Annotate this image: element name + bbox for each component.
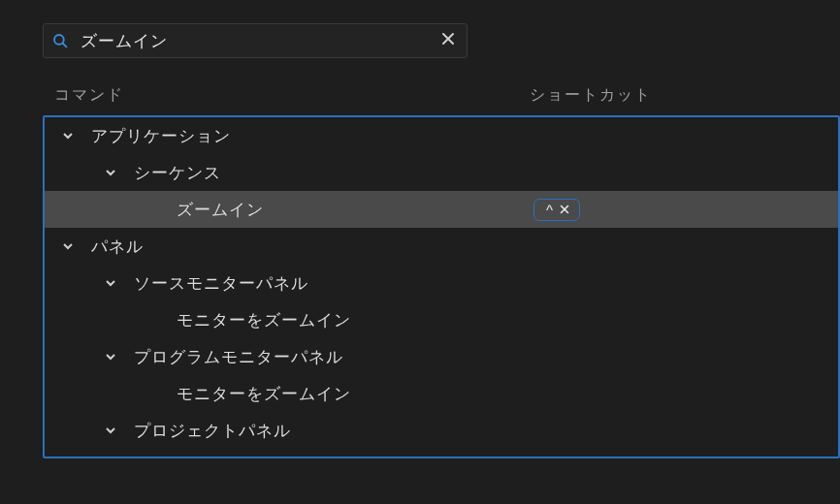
shortcuts-panel: コマンド ショートカット アプリケーション シーケンス ズームイン ^ xyxy=(0,0,840,458)
shortcut-badge[interactable]: ^ xyxy=(533,199,580,221)
tree-label: シーケンス xyxy=(134,162,221,184)
tree-label: プロジェクトパネル xyxy=(134,420,291,442)
search-icon xyxy=(51,32,69,49)
tree-row-program-monitor-panel[interactable]: プログラムモニターパネル xyxy=(45,338,838,375)
tree-label: ソースモニターパネル xyxy=(134,272,308,295)
chevron-down-icon[interactable] xyxy=(58,130,78,142)
tree-label: アプリケーション xyxy=(91,125,231,147)
svg-line-1 xyxy=(62,43,66,47)
column-command-header: コマンド xyxy=(54,85,530,106)
column-shortcut-header: ショートカット xyxy=(530,85,652,106)
tree-label: モニターをズームイン xyxy=(177,383,351,405)
clear-icon[interactable] xyxy=(437,28,459,53)
tree-row-monitor-zoom-in-1[interactable]: モニターをズームイン xyxy=(45,301,838,338)
tree-label: パネル xyxy=(91,236,144,258)
chevron-down-icon[interactable] xyxy=(101,277,120,289)
search-input[interactable] xyxy=(69,31,437,50)
tree-row-sequence[interactable]: シーケンス xyxy=(45,154,838,191)
tree-label: ズームイン xyxy=(177,199,264,221)
tree-label: ズームイン xyxy=(177,457,264,459)
chevron-down-icon[interactable] xyxy=(101,351,120,362)
tree-row-zoom-in[interactable]: ズームイン ^ xyxy=(45,191,838,228)
tree-label: モニターをズームイン xyxy=(177,309,351,331)
tree-row-project-zoom-in[interactable]: ズームイン xyxy=(45,449,838,458)
chevron-down-icon[interactable] xyxy=(58,240,78,252)
chevron-down-icon[interactable] xyxy=(101,425,120,436)
tree-row-project-panel[interactable]: プロジェクトパネル xyxy=(45,412,838,449)
shortcut-symbol: ^ xyxy=(546,202,554,218)
tree-label: プログラムモニターパネル xyxy=(134,346,343,368)
tree-row-source-monitor-panel[interactable]: ソースモニターパネル xyxy=(45,265,838,301)
tree-row-application[interactable]: アプリケーション xyxy=(45,117,838,154)
search-field[interactable] xyxy=(43,23,468,58)
column-headers: コマンド ショートカット xyxy=(43,85,840,106)
command-tree[interactable]: アプリケーション シーケンス ズームイン ^ xyxy=(43,115,840,458)
shortcut-remove-icon[interactable] xyxy=(560,203,569,217)
tree-row-monitor-zoom-in-2[interactable]: モニターをズームイン xyxy=(45,375,838,412)
chevron-down-icon[interactable] xyxy=(101,167,120,178)
tree-row-panel[interactable]: パネル xyxy=(45,228,838,265)
shortcut-cell: ^ xyxy=(533,199,580,221)
